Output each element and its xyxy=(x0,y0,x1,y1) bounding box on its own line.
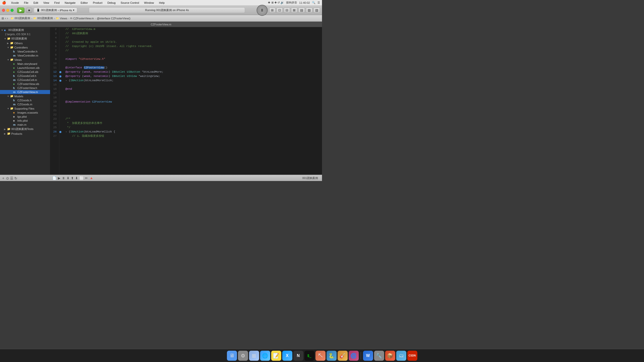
sidebar-item-czgoodscellm[interactable]: m CZGoodsCell.m xyxy=(0,78,50,82)
sidebar-sync-btn[interactable]: ↻ xyxy=(14,176,17,180)
sidebar-item-models[interactable]: ▼ 📁 Models xyxy=(0,94,50,98)
sidebar-item-images[interactable]: ■ Images.xcassets xyxy=(0,111,50,115)
m-icon-czgoods2: m xyxy=(13,103,17,106)
bottom-step-out-btn[interactable]: ⬇ xyxy=(75,176,78,180)
folder-icon: 📁 xyxy=(7,37,11,40)
run-button[interactable]: ▶ xyxy=(17,8,24,13)
menu-product[interactable]: Product xyxy=(92,1,103,4)
sidebar-item-views[interactable]: ▼ 📁 Views xyxy=(0,58,50,62)
header-file-icon: h xyxy=(13,50,17,53)
breadcrumb-symbol[interactable]: @interface CZFooterView() xyxy=(97,17,131,20)
menu-xcode[interactable]: Xcode xyxy=(10,1,20,4)
menu-source-control[interactable]: Source Control xyxy=(119,1,140,4)
line-num-22: 22 xyxy=(53,113,57,117)
sidebar-filter-btn[interactable]: ⊙ xyxy=(6,176,9,180)
list-icon[interactable]: ☰ xyxy=(317,1,320,4)
dot-spacer-3 xyxy=(59,36,63,40)
sidebar-item-group-main[interactable]: ▼ 📁 001团购案例 xyxy=(0,36,50,41)
stop-button[interactable]: ■ xyxy=(26,8,32,13)
breadcrumb-views[interactable]: Views xyxy=(60,17,67,20)
nav-grid-btn[interactable]: ⊞ xyxy=(2,17,4,20)
sidebar-item-mainstoryboard[interactable]: ● Main.storyboard xyxy=(0,62,50,66)
layout-sidebar-left-btn[interactable]: ▤ xyxy=(298,8,305,13)
sidebar-item-czgoodscellxib[interactable]: ● CZGoodsCell.xib xyxy=(0,70,50,74)
dot-spacer-16 xyxy=(59,87,63,91)
nav-back-btn[interactable]: ‹ xyxy=(5,17,6,20)
menubar-icons: ✚ 🖥 ✚ ↺ 🔊 xyxy=(268,1,284,4)
menu-help[interactable]: Help xyxy=(158,1,166,4)
editor[interactable]: 2 3 4 5 6 7 8 9 10 11 12 13 14 15 16 17 … xyxy=(50,27,322,174)
menu-edit[interactable]: Edit xyxy=(32,1,39,4)
sidebar-item-czfooterviewh[interactable]: h CZFooterView.h xyxy=(0,86,50,90)
sidebar-item-products[interactable]: ▶ 📁 Products xyxy=(0,131,50,136)
products-label: Products xyxy=(11,132,22,135)
sidebar-item-project-root[interactable]: ▼ ■ 001团购案例 xyxy=(0,28,50,32)
dot-spacer-22 xyxy=(59,113,63,117)
close-button[interactable] xyxy=(2,9,5,12)
sidebar-item-infoplist[interactable]: ■ Info.plist xyxy=(0,119,50,123)
code-area[interactable]: // CZFooterView.m // 001团购案例 // // Creat… xyxy=(63,27,322,174)
bottom-arrow-btn[interactable]: 🔺 xyxy=(89,176,93,180)
menu-find[interactable]: Find xyxy=(53,1,61,4)
apple-menu[interactable]: 🍎 xyxy=(2,1,6,5)
controllers-label: Controllers xyxy=(14,46,28,49)
sidebar-item-czgoodscellh[interactable]: h CZGoodsCell.h xyxy=(0,74,50,78)
minimize-button[interactable] xyxy=(6,9,9,12)
layout-assistant-btn[interactable]: ⊟ xyxy=(284,8,290,13)
bottom-file-btn[interactable]: 📄 xyxy=(52,176,56,180)
sidebar-item-tests[interactable]: ▶ 📁 001团购案例Tests xyxy=(0,127,50,131)
menu-file[interactable]: File xyxy=(23,1,29,4)
sidebar-item-viewcontrollerm[interactable]: m ViewController.m xyxy=(0,54,50,58)
czfooterviewxib-label: CZFooterView.xib xyxy=(17,82,39,85)
m-icon-czfooter: m xyxy=(13,90,17,94)
bottom-toolbars: ＋ ⊙ ☰ ↻ 📄 ▶ ⏸ ⬇ ⬆ ⬇ ⬜ ✏ 🔺 001团购案例 xyxy=(0,174,322,181)
expand-arrow-group-main: ▼ xyxy=(4,37,7,40)
czfooterviewm-label: CZFooterView.m xyxy=(17,90,38,94)
maximize-button[interactable] xyxy=(11,9,14,12)
breadcrumb-group[interactable]: 001团购案例 xyxy=(37,16,53,20)
sidebar-item-supporting-files[interactable]: ▼ 📁 Supporting Files xyxy=(0,106,50,111)
line-num-25: 25 xyxy=(53,125,57,130)
breadcrumb-project[interactable]: 001团购案例 xyxy=(15,16,30,20)
scheme-selector[interactable]: 📱 001团购案例 › iPhone 4s ▾ xyxy=(34,8,77,13)
menu-window[interactable]: Window xyxy=(143,1,155,4)
menu-editor[interactable]: Editor xyxy=(79,1,89,4)
sidebar-item-launchscreen[interactable]: ● LaunchScreen.xib xyxy=(0,66,50,70)
sidebar-item-others[interactable]: ▶ 📁 Others xyxy=(0,41,50,45)
pause-button[interactable]: ⏸ xyxy=(257,5,268,16)
sidebar-item-czfooterviewxib[interactable]: ● CZFooterView.xib xyxy=(0,82,50,86)
sidebar-menu-btn[interactable]: ☰ xyxy=(10,176,13,180)
viewcontrollerm-label: ViewController.m xyxy=(17,54,38,57)
menu-view[interactable]: View xyxy=(42,1,50,4)
sidebar-item-controllers[interactable]: ▼ 📁 Controllers xyxy=(0,45,50,50)
sidebar-item-mainm[interactable]: m main.m xyxy=(0,123,50,127)
bottom-step-over-btn[interactable]: ⬇ xyxy=(67,176,69,180)
layout-version-btn[interactable]: ⊠ xyxy=(291,8,297,13)
sidebar-item-viewcontrollerh[interactable]: h ViewController.h xyxy=(0,50,50,54)
sidebar-item-tgsplist[interactable]: ■ tgs.plist xyxy=(0,115,50,119)
sidebar-add-btn[interactable]: ＋ xyxy=(2,176,5,180)
bottom-step-in-btn[interactable]: ⬆ xyxy=(71,176,74,180)
sidebar-item-czfooterviewm[interactable]: m CZFooterView.m xyxy=(0,90,50,94)
menu-navigate[interactable]: Navigate xyxy=(64,1,76,4)
bottom-run-btn[interactable]: ▶ xyxy=(58,176,60,180)
nav-forward-btn[interactable]: › xyxy=(7,17,8,20)
project-icon: ■ xyxy=(4,29,8,32)
layout-inspector-btn[interactable]: ▨ xyxy=(313,8,320,13)
bottom-edit-btn[interactable]: ✏ xyxy=(85,176,88,180)
search-icon[interactable]: 🔍 xyxy=(312,1,315,4)
menu-debug[interactable]: Debug xyxy=(106,1,116,4)
bottom-pause-btn[interactable]: ⏸ xyxy=(62,176,65,180)
layout-sidebar-right-btn[interactable]: ▧ xyxy=(306,8,312,13)
sidebar-item-czgoodsm[interactable]: m CZGoods.m xyxy=(0,102,50,106)
breadcrumb-file[interactable]: CZFooterView.m xyxy=(73,17,94,20)
layout-standard-btn[interactable]: ⊡ xyxy=(276,8,283,13)
sidebar-item-czgoodsh[interactable]: h CZGoods.h xyxy=(0,98,50,102)
code-line-19: @implementation CZFooterView xyxy=(65,100,319,104)
czfooterviewh-label: CZFooterView.h xyxy=(17,86,37,89)
folder-icon-controllers: 📁 xyxy=(10,46,14,49)
layout-navigator-btn[interactable]: ⊞ xyxy=(269,8,275,13)
nav-left-icons: ⊞ ‹ › xyxy=(2,17,8,20)
dot-spacer-4 xyxy=(59,40,63,44)
bottom-square-btn[interactable]: ⬜ xyxy=(79,176,84,180)
